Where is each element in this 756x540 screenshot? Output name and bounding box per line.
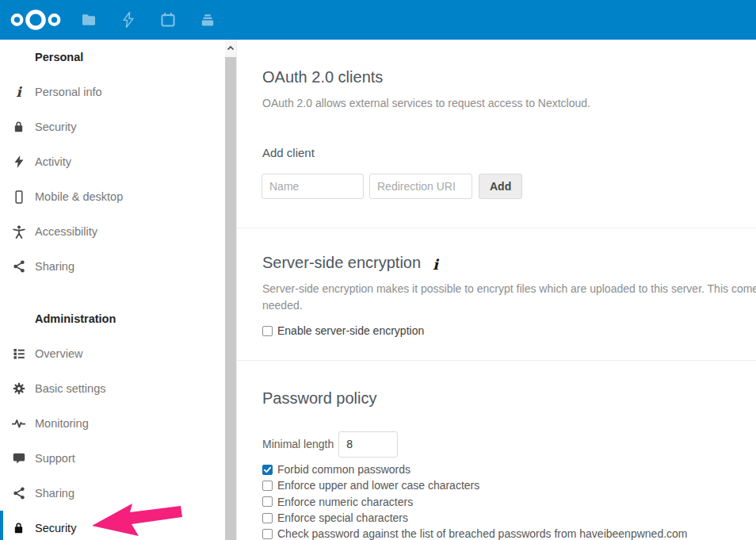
minimal-length-label: Minimal length	[262, 438, 334, 450]
sidebar-item-monitoring[interactable]: Monitoring	[0, 406, 225, 441]
enable-encryption-checkbox[interactable]	[262, 326, 273, 336]
add-client-heading: Add client	[262, 145, 756, 161]
sidebar-item-label: Security	[35, 522, 76, 534]
lock-icon	[12, 522, 25, 535]
sidebar-section-personal: Personal	[0, 40, 225, 75]
enforce-special-checkbox[interactable]	[262, 513, 273, 523]
calendar-app-icon[interactable]	[159, 0, 177, 40]
policy-option-label: Enforce upper and lower case characters	[277, 479, 479, 492]
chevron-up-icon	[226, 44, 235, 53]
files-app-folder-icon[interactable]	[80, 0, 97, 40]
enforce-numeric-checkbox[interactable]	[262, 496, 273, 507]
deck-app-icon[interactable]	[199, 0, 216, 40]
encryption-description-line1: Server-side encryption makes it possible…	[262, 281, 756, 297]
activity-app-lightning-icon[interactable]	[120, 0, 137, 40]
minimal-length-row: Minimal length	[262, 431, 756, 458]
password-policy-options: Forbid common passwords Enforce upper an…	[237, 461, 756, 540]
sidebar-item-label: Overview	[35, 347, 82, 360]
policy-option-row: Enforce numeric characters	[262, 494, 756, 510]
sidebar-scrollbar	[225, 40, 236, 540]
lock-icon	[12, 121, 25, 134]
policy-option-label: Enforce special characters	[277, 511, 408, 524]
sidebar-item-support[interactable]: Support	[0, 441, 225, 476]
policy-option-row: Check password against the list of breac…	[262, 526, 756, 540]
scrollbar-thumb[interactable]	[225, 57, 236, 540]
chat-icon	[12, 452, 25, 465]
check-icon	[263, 465, 272, 474]
sidebar-item-label: Accessibility	[35, 225, 97, 238]
redirection-uri-input[interactable]	[369, 174, 472, 199]
sidebar-item-security-admin[interactable]: Security	[0, 511, 225, 540]
sidebar-item-label: Security	[35, 121, 76, 133]
sidebar-item-label: Mobile & desktop	[35, 190, 123, 203]
sidebar-item-label: Sharing	[35, 260, 74, 273]
encryption-info-icon[interactable]: i	[433, 258, 438, 271]
scrollbar-up-button[interactable]	[225, 40, 236, 57]
add-client-form: Add	[262, 174, 756, 199]
sidebar-item-security-personal[interactable]: Security	[0, 109, 225, 144]
sidebar-item-activity[interactable]: Activity	[0, 144, 225, 179]
encryption-description-line2: needed.	[262, 297, 756, 314]
policy-option-label: Forbid common passwords	[277, 463, 410, 476]
settings-sidebar: Personal i Personal info Security Activi…	[0, 40, 225, 540]
policy-option-row: Enforce upper and lower case characters	[262, 477, 756, 493]
accessibility-icon	[12, 225, 25, 239]
policy-option-row: Enforce special characters	[262, 510, 756, 526]
info-icon: i	[12, 86, 25, 99]
oauth-section-title: OAuth 2.0 clients	[262, 67, 756, 88]
nextcloud-logo[interactable]	[9, 0, 63, 40]
section-divider	[237, 228, 756, 228]
enforce-upper-lower-checkbox[interactable]	[262, 481, 273, 491]
forbid-common-passwords-checkbox[interactable]	[262, 465, 273, 475]
gear-icon	[12, 382, 25, 396]
policy-option-row: Forbid common passwords	[262, 461, 756, 477]
add-client-button[interactable]: Add	[479, 174, 522, 199]
encryption-description: Server-side encryption makes it possible…	[262, 281, 756, 314]
settings-content: OAuth 2.0 clients OAuth 2.0 allows exter…	[236, 40, 756, 540]
section-divider	[237, 360, 756, 361]
top-header-bar	[0, 0, 756, 40]
share-icon	[12, 260, 25, 274]
phone-icon	[12, 190, 25, 204]
sidebar-item-basic-settings[interactable]: Basic settings	[0, 371, 225, 406]
list-icon	[12, 347, 25, 361]
sidebar-item-overview[interactable]: Overview	[0, 336, 225, 371]
password-policy-title: Password policy	[262, 388, 756, 409]
minimal-length-input[interactable]	[338, 431, 398, 458]
policy-option-label: Enforce numeric characters	[277, 496, 413, 508]
sidebar-item-label: Monitoring	[35, 417, 89, 430]
sidebar-item-mobile-desktop[interactable]: Mobile & desktop	[0, 179, 225, 214]
lightning-icon	[12, 155, 25, 169]
sidebar-item-sharing-admin[interactable]: Sharing	[0, 476, 225, 511]
pulse-icon	[12, 417, 25, 431]
sidebar-section-gap	[0, 284, 225, 301]
sidebar-item-sharing-personal[interactable]: Sharing	[0, 249, 225, 284]
enable-encryption-row: Enable server-side encryption	[262, 323, 756, 339]
share-icon	[12, 487, 25, 500]
encryption-section-title: Server-side encryption	[262, 252, 421, 274]
sidebar-item-accessibility[interactable]: Accessibility	[0, 214, 225, 249]
sidebar-item-label: Basic settings	[35, 382, 105, 395]
sidebar-item-label: Support	[35, 452, 75, 465]
sidebar-item-personal-info[interactable]: i Personal info	[0, 75, 225, 109]
sidebar-item-label: Personal info	[35, 86, 102, 98]
enable-encryption-label: Enable server-side encryption	[277, 324, 424, 337]
policy-option-label: Check password against the list of breac…	[277, 527, 688, 540]
sidebar-item-label: Activity	[35, 155, 71, 168]
sidebar-section-administration: Administration	[0, 301, 225, 336]
nextcloud-settings-window: Personal i Personal info Security Activi…	[0, 0, 756, 540]
client-name-input[interactable]	[262, 174, 364, 199]
encryption-heading-row: Server-side encryption i	[237, 252, 756, 274]
oauth-description: OAuth 2.0 allows external services to re…	[262, 96, 756, 110]
sidebar-item-label: Sharing	[35, 487, 74, 500]
check-breached-passwords-checkbox[interactable]	[262, 529, 273, 539]
